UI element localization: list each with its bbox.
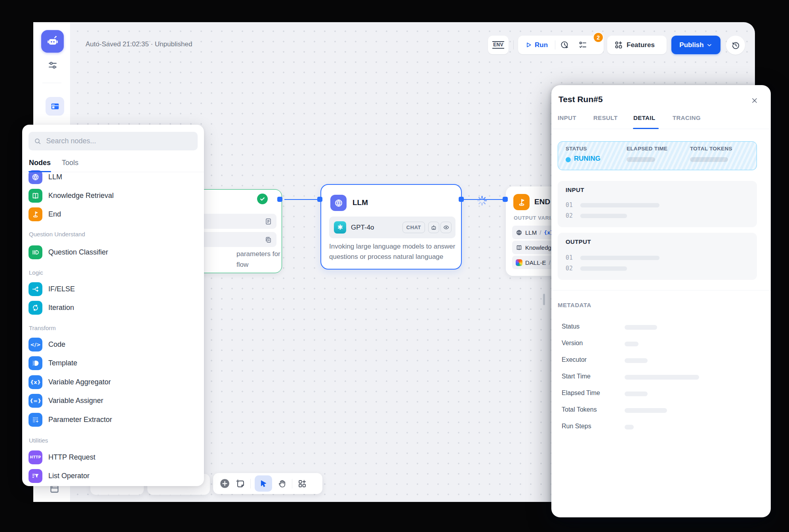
organize-nodes-button[interactable] xyxy=(296,478,308,490)
meta-value-placeholder xyxy=(625,408,667,413)
gpt4o-model-icon: ✱ xyxy=(334,221,346,234)
row-index: 02 xyxy=(566,212,573,219)
tab-detail[interactable]: DETAIL xyxy=(633,114,655,121)
node-item-label: List Operator xyxy=(48,472,90,480)
node-item-variable-aggregator[interactable]: {x} Variable Aggregator xyxy=(29,375,198,389)
node-item-parameter-extractor[interactable]: Parameter Extractor xyxy=(29,412,198,427)
meta-label-start-time: Start Time xyxy=(562,373,591,380)
node-search-panel: Nodes Tools LLM Knowledge Retrieval End … xyxy=(22,125,204,486)
end-node-input-handle[interactable] xyxy=(503,197,508,202)
knowledge-icon xyxy=(516,244,522,251)
tab-result[interactable]: RESULT xyxy=(593,114,617,121)
meta-label-version: Version xyxy=(562,340,583,347)
pointer-mode-button[interactable] xyxy=(255,475,272,492)
sidebar-item-preview[interactable] xyxy=(46,97,64,116)
node-item-iteration[interactable]: Iteration xyxy=(29,300,198,315)
meta-label-run-steps: Run Steps xyxy=(562,423,591,430)
node-item-list-operator[interactable]: List Operator xyxy=(29,469,198,483)
llm-model-row[interactable]: ✱ GPT-4o CHAT xyxy=(329,217,455,238)
features-label: Features xyxy=(627,41,655,49)
node-item-http-request[interactable]: HTTP HTTP Request xyxy=(29,450,198,464)
run-history-icon[interactable] xyxy=(555,36,574,54)
node-item-if-else[interactable]: IF/ELSE xyxy=(29,282,198,296)
meta-value-placeholder xyxy=(625,425,634,429)
status-label: STATUS xyxy=(566,146,587,152)
llm-node-output-handle[interactable] xyxy=(459,197,464,202)
env-button[interactable]: ENV xyxy=(488,36,509,54)
close-icon[interactable] xyxy=(749,95,760,106)
chevron-down-icon xyxy=(706,42,713,48)
panel-resize-grip[interactable] xyxy=(543,294,545,305)
search-input[interactable] xyxy=(45,137,192,146)
llm-node-icon xyxy=(330,195,347,211)
success-check-icon xyxy=(257,194,268,204)
llm-model-name: GPT-4o xyxy=(351,224,402,232)
meta-value-placeholder xyxy=(625,358,648,363)
section-logic: Logic xyxy=(29,269,43,276)
value-placeholder xyxy=(580,266,627,271)
end-output-label: Knowledge xyxy=(525,244,555,251)
separator: / xyxy=(539,229,541,236)
chat-mode-badge: CHAT xyxy=(402,222,425,233)
llm-node-description: Invoking large language models to answer… xyxy=(329,241,458,262)
app-logo-robot-icon[interactable] xyxy=(41,30,64,53)
value-placeholder xyxy=(580,214,627,218)
start-node-output-handle[interactable] xyxy=(277,197,282,202)
tab-nodes[interactable]: Nodes xyxy=(29,159,51,167)
run-button[interactable]: Run xyxy=(518,36,555,54)
node-item-variable-assigner[interactable]: {=} Variable Assigner xyxy=(29,393,198,408)
tab-tools[interactable]: Tools xyxy=(62,159,78,167)
tab-tracing[interactable]: TRACING xyxy=(673,114,701,121)
features-icon xyxy=(614,40,623,49)
node-item-label: IF/ELSE xyxy=(48,285,75,293)
running-status-dot xyxy=(566,157,571,162)
node-item-label: LLM xyxy=(48,173,62,181)
running-spinner-icon xyxy=(476,195,488,206)
checklist-icon[interactable] xyxy=(574,36,592,54)
node-item-label: HTTP Request xyxy=(48,453,95,462)
features-button[interactable]: Features xyxy=(607,36,667,54)
row-index: 01 xyxy=(566,254,573,261)
node-item-llm[interactable]: LLM xyxy=(29,170,198,184)
publish-button[interactable]: Publish xyxy=(671,36,720,54)
if-else-icon xyxy=(29,282,42,296)
robot-badge-icon xyxy=(428,222,439,233)
version-history-button[interactable] xyxy=(726,36,745,55)
llm-node-input-handle[interactable] xyxy=(317,197,322,202)
tab-input[interactable]: INPUT xyxy=(558,114,576,121)
node-item-end[interactable]: End xyxy=(29,207,198,221)
hand-mode-button[interactable] xyxy=(276,478,288,490)
row-index: 01 xyxy=(566,201,573,209)
node-item-template[interactable]: Template xyxy=(29,356,198,370)
canvas-toolbar xyxy=(213,473,322,494)
http-request-icon: HTTP xyxy=(29,450,42,464)
node-item-code[interactable]: </> Code xyxy=(29,337,198,352)
add-node-button[interactable] xyxy=(219,478,231,490)
status-banner: STATUS RUNING ELAPSED TIME TOTAL TOKENS xyxy=(558,141,757,170)
add-note-button[interactable] xyxy=(234,478,246,490)
workflow-settings-icon[interactable] xyxy=(47,59,59,71)
list-operator-icon xyxy=(29,469,42,483)
total-tokens-label: TOTAL TOKENS xyxy=(690,146,732,152)
test-run-panel: Test Run#5 INPUT RESULT DETAIL TRACING S… xyxy=(551,85,771,517)
active-tab-underline xyxy=(633,128,659,129)
node-item-knowledge-retrieval[interactable]: Knowledge Retrieval xyxy=(29,188,198,203)
meta-value-placeholder xyxy=(625,391,648,396)
node-search-box[interactable] xyxy=(29,132,198,150)
input-section-title: INPUT xyxy=(566,186,584,193)
elapsed-time-label: ELAPSED TIME xyxy=(627,146,667,152)
document-icon xyxy=(265,218,272,225)
node-item-label: Knowledge Retrieval xyxy=(48,192,114,200)
play-icon xyxy=(525,42,532,48)
dalle-icon xyxy=(516,259,522,266)
end-node-icon xyxy=(513,194,530,210)
node-item-label: Parameter Extractor xyxy=(48,416,112,424)
meta-value-placeholder xyxy=(625,342,638,346)
node-item-label: Variable Assigner xyxy=(48,397,103,405)
llm-node-title: LLM xyxy=(353,198,368,207)
llm-node[interactable]: LLM ✱ GPT-4o CHAT Invoking large languag… xyxy=(320,184,462,270)
env-icon: ENV xyxy=(492,41,504,49)
node-item-label: Iteration xyxy=(48,304,74,312)
node-item-question-classifier[interactable]: Question Classifier xyxy=(29,245,198,259)
question-classifier-icon xyxy=(29,245,42,259)
